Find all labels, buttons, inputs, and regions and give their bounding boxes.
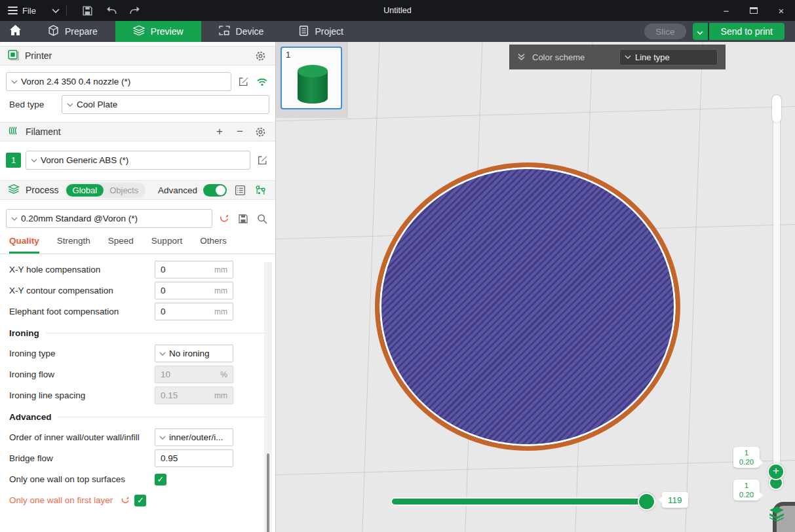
minimize-button[interactable]: − bbox=[712, 0, 740, 21]
tab-preview[interactable]: Preview bbox=[115, 21, 201, 42]
segment-objects[interactable]: Objects bbox=[104, 184, 144, 197]
tab-others[interactable]: Others bbox=[200, 236, 227, 254]
only-one-wall-first-layer-checkbox[interactable]: ✓ bbox=[134, 495, 146, 506]
grid-line bbox=[684, 42, 704, 532]
bed-type-dropdown[interactable]: Cool Plate bbox=[62, 95, 269, 114]
parameter-tabs: Quality Strength Speed Support Others bbox=[0, 228, 275, 254]
layers-view-icon[interactable] bbox=[767, 504, 786, 523]
chevron-down-icon[interactable] bbox=[52, 9, 60, 13]
filament-settings-gear-icon[interactable] bbox=[253, 124, 267, 139]
filament-preset-row: 1 Voron Generic ABS (*) bbox=[6, 151, 269, 170]
tab-speed[interactable]: Speed bbox=[108, 236, 134, 254]
tab-support[interactable]: Support bbox=[151, 236, 182, 254]
tab-strength[interactable]: Strength bbox=[57, 236, 90, 254]
revert-value-icon[interactable] bbox=[121, 496, 130, 505]
printer-preset-dropdown[interactable]: Voron 2.4 350 0.4 nozzle (*) bbox=[6, 72, 231, 91]
param-label-modified: Only one wall on first layer bbox=[9, 495, 113, 506]
ironing-line-spacing-input: 0.15 mm bbox=[155, 387, 233, 404]
layer-number: 1 bbox=[733, 448, 760, 457]
xy-contour-compensation-input[interactable]: 0 mm bbox=[155, 282, 233, 299]
tab-project[interactable]: Project bbox=[281, 21, 361, 42]
add-filament-button[interactable]: + bbox=[212, 124, 227, 139]
param-value: inner/outer/i... bbox=[169, 432, 223, 442]
add-pause-plus-button[interactable]: + bbox=[767, 463, 785, 480]
advanced-toggle[interactable] bbox=[203, 184, 227, 197]
param-row: Ironing line spacing 0.15 mm bbox=[9, 387, 275, 404]
param-unit: % bbox=[220, 370, 227, 379]
undo-icon[interactable] bbox=[100, 0, 123, 21]
layer-indicator-bottom: 1 0.20 bbox=[733, 480, 760, 501]
filament-preset-dropdown[interactable]: Voron Generic ABS (*) bbox=[26, 151, 250, 170]
sliced-layer-preview[interactable] bbox=[375, 162, 680, 451]
param-value: 0 bbox=[161, 265, 166, 275]
grid-line bbox=[276, 460, 795, 476]
main-tab-bar: Prepare Preview Device Project Slice Sen… bbox=[0, 21, 795, 42]
tab-quality[interactable]: Quality bbox=[9, 236, 39, 254]
edit-printer-icon[interactable] bbox=[236, 75, 250, 89]
param-row: Elephant foot compensation 0 mm bbox=[9, 303, 275, 320]
bed-type-value: Cool Plate bbox=[77, 100, 117, 109]
param-value: 0.95 bbox=[161, 453, 178, 463]
chevron-down-icon bbox=[67, 103, 73, 107]
printer-settings-gear-icon[interactable] bbox=[253, 48, 267, 63]
process-layers-icon bbox=[8, 184, 20, 196]
wifi-icon[interactable] bbox=[255, 75, 269, 89]
file-menu-label: File bbox=[22, 6, 36, 16]
printer-icon bbox=[8, 50, 19, 62]
elephant-foot-compensation-input[interactable]: 0 mm bbox=[155, 303, 233, 320]
param-label: X-Y contour compensation bbox=[9, 285, 155, 296]
remove-filament-button[interactable]: − bbox=[233, 124, 247, 139]
filament-slot-badge[interactable]: 1 bbox=[6, 153, 21, 168]
param-row: Order of inner wall/outer wall/infill in… bbox=[9, 428, 275, 446]
file-menu-button[interactable]: File bbox=[0, 0, 43, 21]
parameter-list-icon[interactable] bbox=[233, 183, 247, 197]
settings-sidebar: Printer Voron 2.4 350 0.4 nozzle (*) Bed… bbox=[0, 42, 276, 532]
param-label: Bridge flow bbox=[9, 453, 155, 464]
redo-icon[interactable] bbox=[123, 0, 147, 21]
ironing-type-dropdown[interactable]: No ironing bbox=[155, 345, 233, 362]
slice-button[interactable]: Slice bbox=[644, 24, 686, 39]
edit-filament-icon[interactable] bbox=[255, 153, 269, 168]
param-label: X-Y hole compensation bbox=[9, 264, 155, 275]
process-preset-dropdown[interactable]: 0.20mm Standard @Voron (*) bbox=[6, 209, 212, 228]
only-one-wall-top-checkbox[interactable]: ✓ bbox=[155, 474, 166, 485]
save-icon[interactable] bbox=[76, 0, 100, 21]
move-slider-handle[interactable] bbox=[638, 493, 655, 510]
send-options-button[interactable] bbox=[693, 23, 709, 40]
close-button[interactable]: × bbox=[767, 0, 795, 21]
tune-parameters-icon[interactable] bbox=[253, 183, 267, 197]
document-icon bbox=[299, 26, 309, 38]
plate-thumbnail[interactable]: 1 bbox=[281, 47, 342, 109]
param-value: 10 bbox=[161, 370, 170, 379]
layer-height: 0.20 bbox=[733, 490, 760, 499]
maximize-button[interactable] bbox=[740, 0, 767, 21]
param-row: Ironing type No ironing bbox=[9, 345, 275, 362]
preview-3d-viewport[interactable]: 1 Color scheme Line type 1 0.20 1 0.20 + bbox=[276, 42, 795, 532]
bridge-flow-input[interactable]: 0.95 bbox=[155, 449, 233, 467]
save-preset-icon[interactable] bbox=[236, 212, 250, 226]
chevron-down-icon bbox=[11, 80, 18, 84]
param-unit: mm bbox=[214, 286, 227, 295]
move-slider-track[interactable] bbox=[392, 499, 655, 504]
send-to-print-button[interactable]: Send to print bbox=[709, 23, 785, 40]
sidebar-scrollbar-thumb[interactable] bbox=[267, 453, 269, 532]
advanced-toggle-label: Advanced bbox=[158, 185, 197, 195]
layer-slider-upper-handle[interactable] bbox=[772, 95, 781, 123]
reset-preset-icon[interactable] bbox=[217, 212, 231, 226]
home-button[interactable] bbox=[0, 21, 30, 42]
collapse-panel-icon[interactable] bbox=[517, 53, 526, 61]
chevron-down-icon bbox=[697, 26, 703, 37]
tab-prepare[interactable]: Prepare bbox=[30, 21, 115, 42]
layers-icon bbox=[133, 25, 145, 38]
tab-device[interactable]: Device bbox=[201, 21, 282, 42]
segment-global[interactable]: Global bbox=[66, 184, 104, 197]
cylinder-model-top bbox=[298, 65, 328, 77]
xy-hole-compensation-input[interactable]: 0 mm bbox=[155, 261, 233, 278]
chevron-down-icon bbox=[159, 436, 166, 440]
printer-preset-row: Voron 2.4 350 0.4 nozzle (*) bbox=[6, 72, 269, 91]
line-type-dropdown[interactable]: Line type bbox=[619, 49, 718, 66]
wall-order-dropdown[interactable]: inner/outer/i... bbox=[155, 428, 233, 446]
ironing-section-header: Ironing bbox=[9, 328, 275, 338]
layer-slider-track[interactable] bbox=[773, 95, 780, 484]
search-icon[interactable] bbox=[255, 212, 269, 226]
